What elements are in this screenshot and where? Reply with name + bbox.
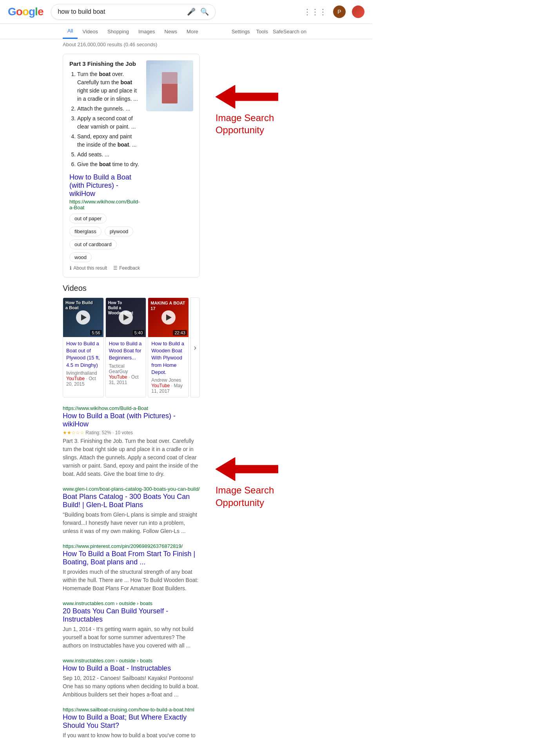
result-url-5: www.instructables.com › outside › boats: [63, 658, 200, 664]
result-title-6[interactable]: How to Build a Boat; But Where Exactly S…: [63, 713, 200, 730]
arrow-left-svg-1: [216, 85, 278, 109]
nav-item-all[interactable]: All: [63, 24, 78, 39]
arrow-left-svg-2: [216, 457, 278, 481]
nav-item-news[interactable]: News: [160, 25, 182, 38]
video-duration-2: 5:40: [133, 330, 144, 335]
organic-results: https://www.wikihow.com/Build-a-Boat How…: [63, 405, 200, 738]
result-snippet-6: If you want to know how to build a boat …: [63, 731, 200, 738]
result-count: About 216,000,000 results (0.46 seconds): [0, 39, 372, 50]
snippet-step-5: Add seats. ...: [77, 151, 140, 159]
snippet-content: Part 3 Finishing the Job Turn the boat o…: [69, 60, 140, 271]
video-card-3[interactable]: MAKING A BOAT 17 22:43 How to Build a Wo…: [148, 297, 189, 397]
nav-item-videos[interactable]: Videos: [78, 25, 103, 38]
result-snippet-1: Part 3. Finishing the Job. Turn the boat…: [63, 437, 200, 478]
google-logo: Google: [8, 5, 43, 18]
result-url-4: www.instructables.com › outside › boats: [63, 600, 200, 606]
result-url-2: www.glen-l.com/boat-plans-catalog-300-bo…: [63, 486, 200, 492]
apps-icon[interactable]: ⋮⋮⋮: [303, 7, 327, 16]
result-url-1: https://www.wikihow.com/Build-a-Boat: [63, 405, 200, 411]
video-platform-1: YouTube · Oct 20, 2015: [66, 376, 100, 387]
about-result[interactable]: ℹ About this result: [70, 265, 107, 271]
video-channel-2: Tactical GearGuy: [109, 363, 143, 374]
result-title-2[interactable]: Boat Plans Catalog - 300 Boats You Can B…: [63, 493, 200, 509]
nav-bar: All Videos Shopping Images News More Set…: [0, 24, 372, 39]
result-rating-1: ★★☆☆☆ Rating: 52% · 10 votes: [63, 430, 200, 435]
result-title-3[interactable]: How To Build a Boat From Start To Finish…: [63, 550, 200, 566]
snippet-footer: ℹ About this result ☰ Feedback: [69, 265, 140, 271]
video-title-3[interactable]: How to Build a Wooden Boat With Plywood …: [151, 340, 185, 376]
result-title-4[interactable]: 20 Boats You Can Build Yourself - Instru…: [63, 607, 200, 624]
video-title-1[interactable]: How to Build a Boat out of Plywood (15 f…: [66, 340, 100, 369]
video-channel-3: Andrew Jones: [151, 377, 185, 383]
play-button-1[interactable]: [76, 310, 90, 325]
video-card-2[interactable]: How ToBuild aWooden Boat 5:40 How to Bui…: [105, 297, 147, 397]
videos-row: How To Builda Boat 5:56 How to Build a B…: [63, 297, 200, 397]
feedback-link[interactable]: ☰ Feedback: [113, 265, 140, 271]
tag-out-of-cardboard[interactable]: out of cardboard: [69, 239, 117, 249]
video-info-1: How to Build a Boat out of Plywood (15 f…: [63, 337, 103, 390]
video-duration-3: 22:43: [173, 330, 187, 335]
tag-out-of-paper[interactable]: out of paper: [69, 214, 107, 223]
svg-marker-0: [216, 85, 278, 109]
result-title-1[interactable]: How to Build a Boat (with Pictures) - wi…: [63, 412, 200, 428]
microphone-icon[interactable]: 🎤: [187, 7, 196, 16]
account-icon[interactable]: P: [333, 5, 346, 18]
nav-right: Settings Tools: [230, 25, 270, 38]
snippet-url: https://www.wikihow.com/Build-a-Boat: [69, 199, 140, 210]
tag-plywood[interactable]: plywood: [105, 227, 134, 236]
svg-marker-1: [216, 457, 278, 481]
videos-title: Videos: [63, 284, 200, 293]
tag-wood[interactable]: wood: [69, 252, 92, 262]
search-input[interactable]: how to build boat: [58, 8, 187, 15]
snippet-title: Part 3 Finishing the Job: [69, 60, 140, 67]
snippet-step-6: Give the boat time to dry.: [77, 160, 140, 169]
video-thumb-3: MAKING A BOAT 17 22:43: [148, 298, 188, 337]
tag-fiberglass[interactable]: fiberglass: [69, 227, 101, 236]
snippet-step-2: Attach the gunnels. ...: [77, 105, 140, 113]
result-snippet-5: Sep 10, 2012 - Canoes! Sailboats! Kayaks…: [63, 674, 200, 699]
result-item-4: www.instructables.com › outside › boats …: [63, 600, 200, 650]
snippet-step-1: Turn the boat over. Carefully turn the b…: [77, 70, 140, 103]
search-bar: how to build boat 🎤 🔍: [51, 4, 216, 20]
snippet-link[interactable]: How to Build a Boat (with Pictures) - wi…: [69, 173, 140, 198]
video-channel-1: livinginthailand: [66, 370, 100, 376]
result-item-2: www.glen-l.com/boat-plans-catalog-300-bo…: [63, 486, 200, 535]
red-arrow-2: [216, 457, 278, 481]
videos-section: Videos How To Builda Boat 5:56 How to Bu…: [63, 284, 200, 397]
videos-more-arrow[interactable]: ›: [190, 297, 200, 397]
tools-link[interactable]: Tools: [255, 25, 270, 38]
featured-snippet: Part 3 Finishing the Job Turn the boat o…: [63, 54, 200, 277]
nav-item-shopping[interactable]: Shopping: [103, 25, 134, 38]
video-card-1[interactable]: How To Builda Boat 5:56 How to Build a B…: [63, 297, 104, 397]
result-title-5[interactable]: How to Build a Boat - Instructables: [63, 664, 200, 673]
result-item-5: www.instructables.com › outside › boats …: [63, 658, 200, 699]
result-item-3: https://www.pinterest.com/pin/2096989263…: [63, 543, 200, 593]
nav-item-more[interactable]: More: [182, 25, 203, 38]
opportunity-text-1: Image Search Opportunity: [216, 112, 310, 136]
snippet-tags: out of paper fiberglass plywood out of c…: [69, 214, 140, 262]
video-thumb-2: How ToBuild aWooden Boat 5:40: [106, 298, 146, 337]
settings-link[interactable]: Settings: [230, 25, 252, 38]
result-item-6: https://www.sailboat-cruising.com/how-to…: [63, 707, 200, 738]
video-thumb-1: How To Builda Boat 5:56: [63, 298, 103, 337]
play-button-3[interactable]: [161, 310, 176, 325]
safe-search: SafeSearch on: [270, 25, 310, 38]
result-snippet-4: Jun 1, 2014 - It's getting warm again, s…: [63, 625, 200, 650]
result-url-6: https://www.sailboat-cruising.com/how-to…: [63, 707, 200, 713]
results-column: Part 3 Finishing the Job Turn the boat o…: [63, 54, 200, 738]
right-panel: Image Search Opportunity Image Search Op…: [216, 54, 310, 738]
video-duration-1: 5:56: [90, 330, 101, 335]
nav-item-images[interactable]: Images: [134, 25, 160, 38]
video-platform-2: YouTube · Oct 31, 2011: [109, 374, 143, 385]
opportunity-1: Image Search Opportunity: [216, 85, 310, 136]
snippet-step-4: Sand, epoxy and paint the inside of the …: [77, 132, 140, 149]
video-title-2[interactable]: How to Build a Wood Boat for Beginners..…: [109, 340, 143, 362]
search-icon[interactable]: 🔍: [200, 7, 209, 16]
avatar[interactable]: [352, 5, 364, 18]
result-url-3: https://www.pinterest.com/pin/2096989263…: [63, 543, 200, 549]
snippet-step-3: Apply a second coat of clear varnish or …: [77, 114, 140, 131]
feedback-icon: ☰: [113, 265, 118, 271]
snippet-image: [146, 60, 193, 111]
info-icon: ℹ: [70, 265, 72, 271]
video-info-2: How to Build a Wood Boat for Beginners..…: [106, 337, 146, 388]
